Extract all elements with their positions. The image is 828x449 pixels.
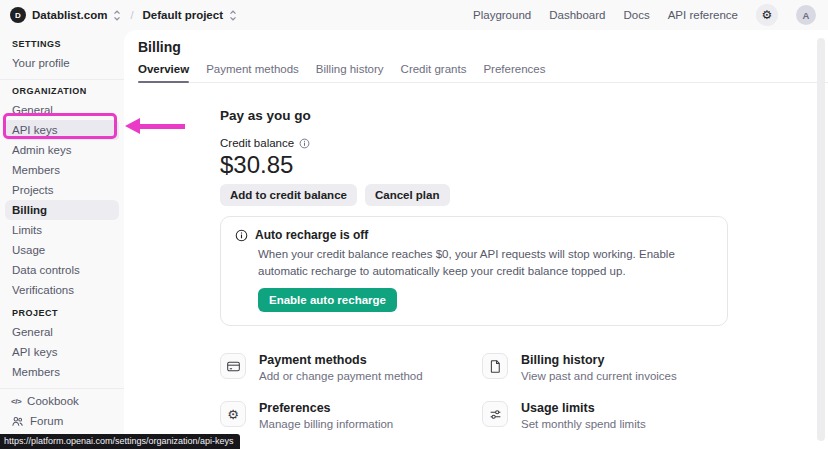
forum-label: Forum: [30, 415, 63, 427]
tab-payment-methods[interactable]: Payment methods: [206, 63, 299, 82]
sidebar-item-project-api-keys[interactable]: API keys: [0, 342, 124, 362]
sidebar-item-billing[interactable]: Billing: [5, 200, 119, 220]
org-name[interactable]: Datablist.com: [32, 9, 107, 21]
card-subtitle: Set monthly spend limits: [521, 418, 646, 430]
sidebar-item-project-general[interactable]: General: [0, 322, 124, 342]
sidebar-item-org-api-keys[interactable]: API keys: [5, 120, 119, 140]
people-icon: [11, 415, 24, 428]
project-switch-chevrons-icon[interactable]: [229, 10, 237, 21]
code-icon: </>: [11, 397, 21, 406]
sidebar-item-project-members[interactable]: Members: [0, 362, 124, 382]
sidebar-item-admin-keys[interactable]: Admin keys: [0, 140, 124, 160]
top-nav: Playground Dashboard Docs API reference …: [473, 4, 816, 26]
card-title: Usage limits: [521, 401, 646, 415]
card-billing-history[interactable]: Billing history View past and current in…: [482, 353, 780, 382]
sidebar-item-forum[interactable]: Forum: [0, 411, 124, 431]
cancel-plan-button[interactable]: Cancel plan: [365, 184, 450, 206]
card-subtitle: Manage billing information: [259, 418, 393, 430]
card-payment-methods[interactable]: Payment methods Add or change payment me…: [220, 353, 482, 382]
info-icon[interactable]: [299, 138, 310, 149]
sidebar-item-data-controls[interactable]: Data controls: [0, 260, 124, 280]
top-header: D Datablist.com / Default project Playgr…: [0, 0, 828, 30]
info-icon: [235, 229, 248, 242]
card-title: Payment methods: [259, 353, 423, 367]
settings-sidebar: SETTINGS Your profile ORGANIZATION Gener…: [0, 30, 124, 449]
auto-recharge-description: When your credit balance reaches $0, you…: [258, 246, 713, 279]
user-avatar[interactable]: A: [796, 5, 816, 25]
link-preview-status-bar: https://platform.openai.com/settings/org…: [0, 434, 240, 449]
credit-balance-value: $30.85: [220, 152, 828, 178]
nav-docs[interactable]: Docs: [623, 9, 649, 21]
add-to-credit-balance-button[interactable]: Add to credit balance: [220, 184, 357, 206]
card-usage-limits[interactable]: Usage limits Set monthly spend limits: [482, 401, 780, 430]
credit-card-icon: [220, 353, 246, 379]
gear-icon: ⚙: [220, 401, 246, 427]
billing-shortcut-cards: Payment methods Add or change payment me…: [220, 353, 780, 449]
auto-recharge-card: Auto recharge is off When your credit ba…: [220, 216, 728, 326]
sidebar-divider: [0, 79, 124, 80]
billing-overview-content: Pay as you go Credit balance $30.85 Add …: [220, 108, 828, 449]
sidebar-section-settings: SETTINGS: [0, 35, 124, 53]
tab-preferences[interactable]: Preferences: [483, 63, 545, 82]
org-logo: D: [10, 7, 26, 23]
sidebar-item-usage[interactable]: Usage: [0, 240, 124, 260]
org-switch-chevrons-icon[interactable]: [113, 10, 121, 21]
plan-heading: Pay as you go: [220, 108, 828, 123]
project-name[interactable]: Default project: [142, 9, 223, 21]
breadcrumb-separator: /: [130, 9, 133, 21]
sidebar-item-projects[interactable]: Projects: [0, 180, 124, 200]
nav-playground[interactable]: Playground: [473, 9, 531, 21]
nav-api-reference[interactable]: API reference: [668, 9, 738, 21]
nav-dashboard[interactable]: Dashboard: [549, 9, 605, 21]
sidebar-section-organization: ORGANIZATION: [0, 82, 124, 100]
enable-auto-recharge-button[interactable]: Enable auto recharge: [258, 288, 397, 312]
document-icon: [482, 353, 508, 379]
card-subtitle: View past and current invoices: [521, 370, 677, 382]
main-panel: Billing Overview Payment methods Billing…: [124, 30, 828, 449]
tab-overview[interactable]: Overview: [138, 63, 189, 82]
tab-credit-grants[interactable]: Credit grants: [401, 63, 467, 82]
sidebar-item-org-general[interactable]: General: [0, 100, 124, 120]
sidebar-item-your-profile[interactable]: Your profile: [0, 53, 124, 73]
cookbook-label: Cookbook: [27, 395, 79, 407]
scrollbar[interactable]: [817, 38, 825, 441]
account-switcher: D Datablist.com / Default project: [10, 7, 237, 23]
sidebar-section-project: PROJECT: [0, 304, 124, 322]
card-preferences[interactable]: ⚙ Preferences Manage billing information: [220, 401, 482, 430]
tab-billing-history[interactable]: Billing history: [316, 63, 384, 82]
page-title: Billing: [124, 30, 828, 55]
sidebar-item-cookbook[interactable]: </> Cookbook: [0, 391, 124, 411]
sidebar-item-org-members[interactable]: Members: [0, 160, 124, 180]
card-title: Billing history: [521, 353, 677, 367]
sidebar-item-verifications[interactable]: Verifications: [0, 280, 124, 300]
card-title: Preferences: [259, 401, 393, 415]
auto-recharge-heading: Auto recharge is off: [255, 228, 368, 242]
sliders-icon: [482, 401, 508, 427]
credit-balance-label: Credit balance: [220, 137, 294, 149]
card-subtitle: Add or change payment method: [259, 370, 423, 382]
sidebar-item-limits[interactable]: Limits: [0, 220, 124, 240]
billing-tabs: Overview Payment methods Billing history…: [138, 63, 828, 83]
settings-gear-icon[interactable]: ⚙: [756, 4, 778, 26]
sidebar-divider: [0, 388, 124, 389]
